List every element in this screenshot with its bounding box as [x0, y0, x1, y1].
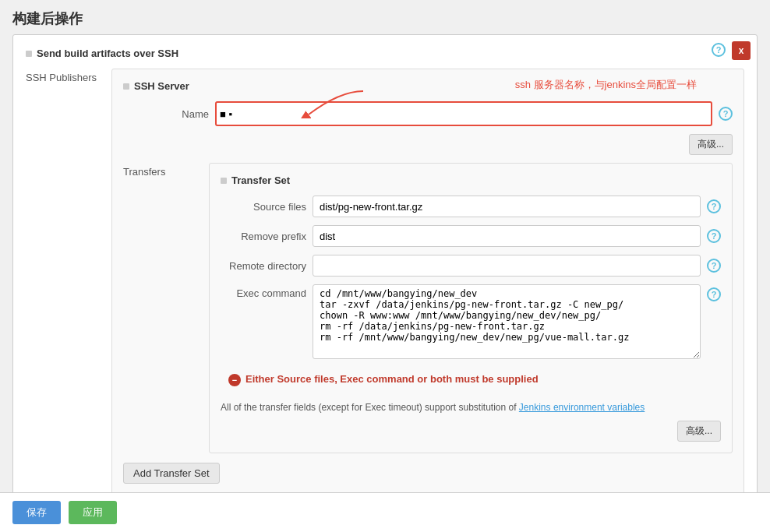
publishers-layout: SSH Publishers SSH Server Name ssh 服务器名称…: [26, 69, 744, 495]
name-form-row: Name ssh 服务器名称，与jenkins全局配置一样: [123, 101, 733, 126]
close-button[interactable]: x: [732, 41, 751, 60]
remote-directory-row: Remote directory ?: [221, 255, 721, 277]
exec-command-label: Exec command: [221, 284, 306, 299]
ssh-server-header: SSH Server: [123, 80, 733, 92]
name-field-wrapper: ssh 服务器名称，与jenkins全局配置一样 ■ ▪: [215, 101, 712, 126]
name-label: Name: [123, 108, 209, 120]
name-help-icon[interactable]: ?: [719, 107, 733, 121]
ssh-server-box: SSH Server Name ssh 服务器名称，与jenkins全局配置一样: [111, 69, 744, 495]
source-files-input[interactable]: [313, 196, 701, 217]
transfers-section: Transfers Transfer Set Source files ? Re…: [123, 163, 733, 453]
jenkins-link[interactable]: Jenkins environment variables: [519, 402, 645, 413]
add-transfer-set-button[interactable]: Add Transfer Set: [123, 463, 220, 484]
transfer-set-box: Transfer Set Source files ? Remove prefi…: [209, 163, 733, 453]
ssh-server-name-select[interactable]: ■ ▪: [215, 101, 712, 126]
server-advanced-button[interactable]: 高级...: [689, 134, 733, 155]
ssh-publishers-label: SSH Publishers: [26, 69, 111, 495]
remote-directory-label: Remote directory: [221, 260, 306, 272]
transfers-label: Transfers: [123, 163, 209, 453]
remote-directory-help-icon[interactable]: ?: [707, 259, 721, 273]
page-title: 构建后操作: [0, 0, 770, 34]
transfer-set-header: Transfer Set: [221, 174, 721, 186]
error-box: − Either Source files, Exec command or b…: [221, 367, 721, 393]
source-files-row: Source files ?: [221, 196, 721, 217]
error-text: Either Source files, Exec command or bot…: [245, 373, 539, 385]
remove-prefix-row: Remove prefix ?: [221, 225, 721, 247]
exec-command-textarea[interactable]: cd /mnt/www/bangying/new_dev tar -zxvf /…: [313, 284, 701, 359]
main-panel: x ? Send build artifacts over SSH SSH Pu…: [12, 34, 758, 509]
remove-prefix-input[interactable]: [313, 225, 701, 247]
remove-prefix-help-icon[interactable]: ?: [707, 229, 721, 243]
remove-prefix-label: Remove prefix: [221, 231, 306, 242]
bottom-bar: 保存 应用: [0, 492, 770, 532]
page-wrapper: 构建后操作 x ? Send build artifacts over SSH …: [0, 0, 770, 532]
apply-button[interactable]: 应用: [69, 501, 117, 524]
section-header: Send build artifacts over SSH: [26, 48, 744, 59]
info-text-content: All of the transfer fields (except for E…: [221, 402, 519, 413]
transfer-advanced-button[interactable]: 高级...: [677, 421, 721, 442]
info-text: All of the transfer fields (except for E…: [221, 400, 721, 414]
section-help-icon[interactable]: ?: [712, 43, 726, 57]
error-icon: −: [228, 374, 241, 386]
remote-directory-input[interactable]: [313, 255, 701, 277]
source-files-help-icon[interactable]: ?: [707, 199, 721, 213]
source-files-label: Source files: [221, 201, 306, 213]
save-button[interactable]: 保存: [12, 501, 61, 524]
exec-command-row: Exec command cd /mnt/www/bangying/new_de…: [221, 284, 721, 359]
exec-command-help-icon[interactable]: ?: [707, 287, 721, 301]
